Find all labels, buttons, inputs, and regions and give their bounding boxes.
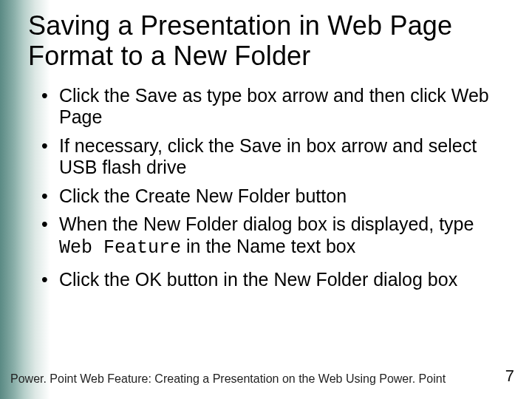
list-item: Click the Create New Folder button (41, 185, 511, 208)
list-item: Click the OK button in the New Folder di… (41, 269, 511, 291)
slide-title: Saving a Presentation in Web Page Format… (28, 10, 511, 72)
slide-content: Saving a Presentation in Web Page Format… (28, 10, 511, 298)
bullet-text-prefix: When the New Folder dialog box is displa… (59, 214, 474, 234)
page-number: 7 (505, 366, 514, 386)
list-item: If necessary, click the Save in box arro… (41, 135, 511, 179)
list-item: When the New Folder dialog box is displa… (41, 214, 511, 259)
bullet-list-1: Click the Save as type box arrow and the… (41, 85, 511, 259)
bullet-text-mono: Web Feature (59, 237, 181, 259)
footer-text: Power. Point Web Feature: Creating a Pre… (10, 372, 446, 386)
bullet-text-suffix: in the Name text box (181, 236, 355, 256)
slide: Saving a Presentation in Web Page Format… (0, 0, 532, 399)
bullet-list-2: Click the OK button in the New Folder di… (41, 269, 511, 291)
list-item: Click the Save as type box arrow and the… (41, 85, 511, 129)
